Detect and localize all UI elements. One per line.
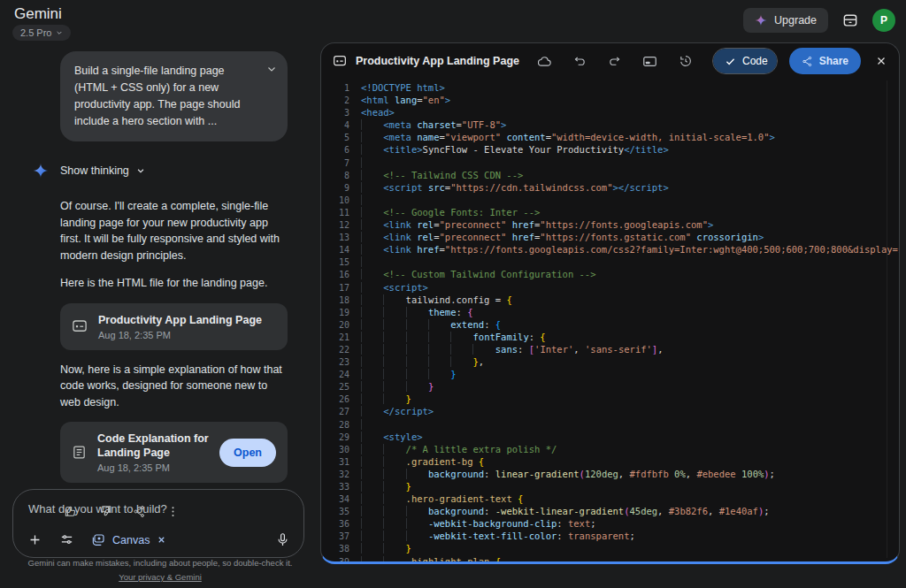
remove-canvas-icon[interactable] (157, 535, 166, 545)
avatar-letter: P (880, 14, 887, 27)
upgrade-button[interactable]: Upgrade (743, 8, 828, 33)
canvas-title: Productivity App Landing Page (356, 55, 519, 67)
code-line: 5 <meta name="viewport" content="width=d… (321, 131, 899, 143)
sparkle-icon (755, 14, 767, 27)
line-number: 16 (321, 269, 349, 281)
undo-icon[interactable] (573, 55, 587, 68)
show-thinking-label: Show thinking (60, 164, 129, 177)
code-line: 39 .highlight-plan { (321, 555, 899, 561)
code-line: 6 <title>SyncFlow - Elevate Your Product… (321, 143, 899, 156)
model-label: 2.5 Pro (20, 27, 51, 38)
open-button[interactable]: Open (219, 439, 276, 467)
code-line: 22 sans: ['Inter', 'sans-serif'], (321, 343, 899, 355)
code-line: 12 <link rel="preconnect" href="https://… (321, 218, 899, 231)
picture-in-picture-icon[interactable] (642, 54, 657, 69)
code-line: 19 theme: { (321, 306, 899, 318)
artifact-timestamp: Aug 18, 2:35 PM (98, 330, 276, 340)
line-number: 5 (321, 132, 349, 144)
response-paragraph: Of course. I'll create a complete, singl… (60, 198, 288, 263)
line-number: 20 (321, 319, 349, 332)
line-number: 21 (321, 332, 349, 344)
line-number: 18 (321, 294, 349, 307)
line-number: 26 (321, 393, 349, 406)
code-line: 21 fontFamily: { (321, 331, 899, 343)
composer-input[interactable]: What do you want to build? (28, 502, 167, 515)
disclaimer-footer: Gemini can make mistakes, including abou… (0, 558, 320, 584)
canvas-chip-label: Canvas (112, 534, 150, 546)
code-line: 18 tailwind.config = { (321, 294, 899, 306)
canvas-doc-icon (72, 318, 88, 334)
code-line: 29 <style> (321, 431, 899, 443)
line-number: 7 (321, 157, 349, 170)
code-preview-toggle: Code Preview (712, 48, 778, 74)
code-line: 2<html lang="en"> (321, 94, 899, 106)
line-number: 19 (321, 307, 349, 319)
account-avatar[interactable]: P (872, 9, 895, 32)
editor-scrollbar[interactable] (887, 80, 887, 558)
line-number: 12 (321, 219, 349, 232)
share-button[interactable]: Share (789, 48, 861, 74)
tools-icon[interactable] (59, 532, 74, 547)
app-title: Gemini (14, 5, 62, 23)
code-line: 33 } (321, 480, 899, 493)
share-label: Share (819, 55, 848, 67)
printer-icon[interactable] (841, 11, 859, 29)
code-line: 17 <script> (321, 281, 899, 294)
line-number: 25 (321, 381, 349, 393)
close-canvas-icon[interactable] (875, 55, 887, 67)
artifact-title: Productivity App Landing Page (98, 313, 276, 327)
code-line: 11 <!-- Google Fonts: Inter --> (321, 206, 899, 218)
tab-code[interactable]: Code (713, 49, 778, 73)
line-number: 38 (321, 543, 349, 555)
line-number: 4 (321, 119, 349, 132)
add-attachment-icon[interactable] (27, 532, 42, 547)
line-number: 34 (321, 493, 349, 506)
code-line: 32 background: linear-gradient(120deg, #… (321, 468, 899, 480)
line-number: 36 (321, 518, 349, 531)
canvas-icon (91, 533, 105, 547)
code-line: 15 (321, 256, 899, 268)
line-number: 29 (321, 431, 349, 444)
topbar-actions: Upgrade P (743, 8, 895, 33)
version-history-icon[interactable] (679, 54, 693, 68)
code-line: 10 (321, 194, 899, 206)
line-number: 10 (321, 195, 349, 207)
line-number: 24 (321, 369, 349, 381)
redo-icon[interactable] (608, 55, 621, 68)
code-line: 26 } (321, 393, 899, 405)
document-icon (72, 445, 87, 460)
code-line: 36 -webkit-background-clip: text; (321, 517, 899, 530)
line-number: 30 (321, 444, 349, 456)
line-number: 14 (321, 244, 349, 256)
privacy-link[interactable]: Your privacy & Gemini (119, 572, 202, 582)
code-line: 38 } (321, 542, 899, 554)
expand-prompt-chevron-icon[interactable] (266, 64, 277, 74)
show-thinking-toggle[interactable]: Show thinking (33, 163, 288, 179)
canvas-icon (333, 54, 347, 68)
composer[interactable]: What do you want to build? Canvas (12, 489, 304, 558)
microphone-icon[interactable] (275, 532, 290, 547)
code-editor[interactable]: 1<!DOCTYPE html>2<html lang="en">3<head>… (321, 79, 899, 561)
code-line: 24 } (321, 368, 899, 380)
chat-column: Build a single-file landing page (HTML +… (0, 42, 320, 588)
cloud-save-icon[interactable] (537, 54, 552, 69)
line-number: 2 (321, 95, 349, 107)
line-number: 15 (321, 256, 349, 269)
disclaimer-text: Gemini can make mistakes, including abou… (0, 558, 320, 568)
code-line: 20 extend: { (321, 318, 899, 331)
code-line: 3<head> (321, 106, 899, 118)
artifact-card-landing-page[interactable]: Productivity App Landing Page Aug 18, 2:… (60, 303, 288, 350)
line-number: 11 (321, 207, 349, 219)
response-paragraph: Now, here is a simple explanation of how… (60, 362, 288, 411)
artifact-card-code-explanation[interactable]: Code Explanation for Landing Page Aug 18… (60, 422, 288, 483)
canvas-tool-chip[interactable]: Canvas (91, 533, 166, 547)
model-selector[interactable]: 2.5 Pro (12, 25, 71, 41)
code-line: 30 /* A little extra polish */ (321, 443, 899, 455)
tab-code-label: Code (742, 55, 768, 67)
line-number: 28 (321, 419, 349, 431)
line-number: 17 (321, 282, 349, 294)
line-number: 6 (321, 144, 349, 157)
user-prompt-bubble[interactable]: Build a single-file landing page (HTML +… (60, 51, 288, 141)
canvas-header: Productivity App Landing Page Code Previ… (321, 43, 899, 79)
share-icon (802, 56, 813, 67)
